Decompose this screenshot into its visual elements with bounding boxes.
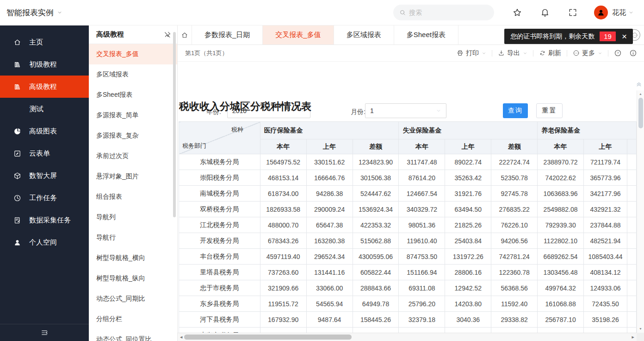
month-select[interactable]: 1 — [365, 103, 446, 118]
home-icon — [181, 32, 188, 39]
horizontal-scrollbar[interactable]: ◀ ▶ — [178, 333, 637, 341]
value-cell: 92745.78 — [491, 186, 538, 202]
sidebar-item-label: 工作任务 — [29, 194, 57, 202]
user-name[interactable]: 花花 — [612, 8, 626, 17]
form-icon — [13, 150, 21, 158]
app-title-menu[interactable]: 智能报表实例 — [6, 7, 62, 18]
tab-home-button[interactable] — [178, 25, 192, 44]
subsidebar-item-9[interactable]: 导航行 — [89, 227, 177, 248]
subsidebar-item-10[interactable]: 树型导航格_横向 — [89, 248, 177, 268]
report-table-container: 税种税务部门医疗保险基金失业保险基金养老保险基金本年上年差额本年上年差额本年上年… — [179, 121, 637, 333]
value-cell: 296524.34 — [306, 249, 353, 265]
value-cell: 6689262.54 — [538, 249, 584, 265]
scroll-left-arrow[interactable]: ◀ — [180, 333, 182, 341]
scroll-down-arrow[interactable]: ▼ — [637, 327, 644, 330]
subsidebar-item-11[interactable]: 树型导航格_纵向 — [89, 268, 177, 289]
tab-0[interactable]: 参数报表_日期 — [192, 25, 263, 44]
print-button[interactable]: 打印 — [457, 49, 486, 57]
value-cell: 1303456.48 — [538, 265, 584, 280]
subsidebar-item-8[interactable]: 导航列 — [89, 207, 177, 227]
value-cell: 637609.44 — [538, 328, 584, 333]
fullscreen-icon[interactable] — [568, 8, 577, 17]
reset-button[interactable]: 重置 — [536, 103, 563, 118]
sidebar-item-personal-space[interactable]: 个人空间 — [0, 231, 89, 253]
sidebar-footer — [0, 324, 89, 341]
value-cell: 1085403.44 — [584, 249, 627, 265]
sidebar-item-advanced-charts[interactable]: 高级图表 — [0, 120, 89, 142]
horizontal-scrollbar-thumb[interactable] — [184, 335, 352, 340]
value-cell-clipped — [627, 233, 636, 249]
subsidebar-item-5[interactable]: 承前过次页 — [89, 146, 177, 166]
value-cell: 88139.36 — [306, 328, 353, 333]
info-icon[interactable] — [629, 49, 637, 57]
subsidebar-item-0[interactable]: 交叉报表_多值 — [89, 44, 177, 64]
export-button[interactable]: 导出 — [498, 49, 527, 57]
chevron-down-icon — [436, 108, 441, 114]
value-cell: 408134.12 — [584, 265, 627, 280]
app-title: 智能报表实例 — [6, 7, 54, 18]
chevron-down-icon[interactable] — [628, 10, 634, 15]
value-cell-clipped — [627, 217, 636, 233]
refresh-button[interactable]: 刷新 — [539, 49, 561, 57]
scroll-right-arrow[interactable]: ▶ — [632, 333, 634, 341]
month-label: 月份: — [351, 108, 365, 116]
tab-1[interactable]: 交叉报表_多值 — [263, 25, 334, 44]
column-subheader: 差额 — [491, 139, 538, 154]
tab-2[interactable]: 多区域报表 — [334, 25, 394, 44]
value-cell: 2388970.72 — [538, 154, 584, 170]
sidebar-item-smart-screen[interactable]: 数智大屏 — [0, 164, 89, 187]
favorite-star-icon[interactable] — [513, 8, 522, 17]
sidebar-item-test[interactable]: 测试 — [0, 98, 89, 120]
scroll-to-top-icon[interactable] — [635, 80, 643, 88]
value-cell: 35263.42 — [445, 170, 491, 186]
vertical-scrollbar[interactable]: ▲ ▼ — [637, 90, 644, 333]
sidebar-item-advanced-tutorial[interactable]: 高级教程 — [0, 76, 89, 98]
value-cell-clipped — [627, 186, 636, 202]
subsidebar-item-7[interactable]: 组合报表 — [89, 187, 177, 207]
value-cell: 432921.32 — [584, 202, 627, 217]
subsidebar-item-13[interactable]: 分组分栏 — [89, 309, 177, 329]
search-icon — [399, 9, 406, 16]
more-button[interactable]: 更多 — [573, 49, 602, 57]
search-input[interactable] — [409, 9, 488, 16]
value-cell: 2549882.08 — [538, 202, 584, 217]
value-cell: 1826933.58 — [260, 202, 306, 217]
subsidebar-item-4[interactable]: 多源报表_复杂 — [89, 126, 177, 146]
sidebar-item-cloud-forms[interactable]: 云表单 — [0, 142, 89, 164]
value-cell: 9487.64 — [306, 312, 353, 328]
subsidebar-item-2[interactable]: 多Sheet报表 — [89, 85, 177, 105]
sidebar-item-basic-tutorial[interactable]: 初级教程 — [0, 53, 89, 76]
search-box[interactable] — [393, 5, 494, 20]
tab-3[interactable]: 多Sheet报表 — [394, 25, 458, 44]
value-cell: 94286.38 — [306, 186, 353, 202]
sidebar-item-work-tasks[interactable]: 工作任务 — [0, 187, 89, 209]
value-cell: 163280.38 — [306, 233, 353, 249]
value-cell: 4300595.06 — [353, 249, 399, 265]
close-icon[interactable]: × — [622, 32, 627, 41]
collapse-sidebar-icon[interactable] — [40, 328, 49, 337]
subsidebar-item-6[interactable]: 悬浮对象_图片 — [89, 166, 177, 187]
user-icon — [13, 239, 21, 246]
value-cell: 69311.08 — [399, 280, 445, 296]
notification-bell-icon[interactable] — [540, 8, 550, 17]
vertical-scrollbar-thumb[interactable] — [638, 98, 643, 128]
scroll-up-arrow[interactable]: ▲ — [637, 92, 644, 95]
subsidebar-item-3[interactable]: 多源报表_简单 — [89, 105, 177, 126]
subsidebar-item-1[interactable]: 多区域报表 — [89, 64, 177, 85]
avatar[interactable] — [594, 6, 608, 19]
table-row: 双桥税务分局1826933.58290009.241536924.3434032… — [179, 202, 637, 217]
sidebar-item-data-collection-tasks[interactable]: 数据采集任务 — [0, 209, 89, 231]
query-button[interactable]: 查询 — [503, 103, 528, 118]
unpin-icon[interactable] — [164, 31, 171, 38]
value-cell-clipped — [627, 265, 636, 280]
subsidebar-item-12[interactable]: 动态公式_同期比 — [89, 289, 177, 309]
value-cell: 87614.20 — [399, 170, 445, 186]
chevron-down-icon — [482, 51, 486, 56]
value-cell: 1122802.10 — [538, 233, 584, 249]
subsidebar-item-14[interactable]: 动态公式_同位置比 — [89, 329, 177, 341]
help-icon[interactable]: ? — [614, 49, 622, 57]
sidebar-item-home[interactable]: 主页 — [0, 31, 89, 53]
subsidebar-scrollbar[interactable] — [173, 32, 176, 217]
value-cell: 151166.94 — [399, 265, 445, 280]
column-group-header: 养老保险基金 — [538, 122, 637, 139]
